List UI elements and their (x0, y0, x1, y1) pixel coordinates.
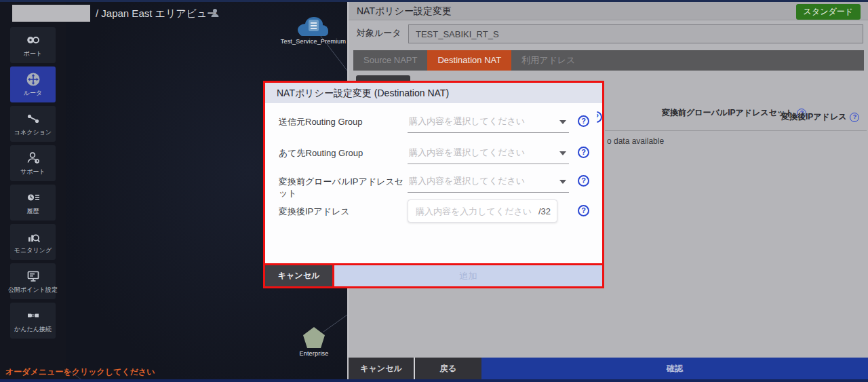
help-icon[interactable]: ? (578, 175, 589, 187)
sidebar-item-public-point[interactable]: 公開ポイント設定 (10, 263, 56, 299)
panel-footer-bar: キャンセル 戻る 確認 (349, 358, 868, 379)
modal-title: NATポリシー設定変更 (Destination NAT) (265, 83, 602, 103)
sidebar-item-label: ルータ (24, 89, 42, 98)
plan-badge: スタンダード (796, 4, 861, 20)
column-label: 変換後IPアドレス (781, 111, 846, 123)
field-label: あて先Routing Group (279, 141, 408, 159)
prefix-length-suffix: /32 (538, 206, 551, 216)
table-column-header: 変換後IPアドレス ? (781, 111, 859, 123)
sidebar-item-port[interactable]: ポート (10, 27, 56, 63)
cloud-node-icon[interactable] (298, 17, 328, 36)
sidebar-item-support[interactable]: サポート (10, 145, 56, 181)
sidebar-item-label: モニタリング (14, 246, 52, 255)
global-ip-address-set-select[interactable]: 購入内容を選択してください (408, 170, 569, 193)
field-label: 送信元Routing Group (279, 110, 408, 128)
target-router-input[interactable] (408, 24, 863, 43)
connection-icon (25, 111, 41, 127)
redacted-tenant-name (12, 5, 90, 22)
source-routing-group-select[interactable]: 購入内容を選択してください (408, 110, 569, 133)
tab-used-address[interactable]: 利用アドレス (511, 50, 585, 71)
sidebar-item-label: かんたん接続 (14, 325, 52, 334)
cancel-button[interactable]: キャンセル (349, 358, 415, 379)
panel-title: NATポリシー設定変更 (357, 5, 452, 18)
sidebar-item-router[interactable]: ルータ (10, 66, 56, 102)
tab-destination-nat[interactable]: Destination NAT (427, 50, 511, 71)
public-point-icon (25, 268, 41, 284)
app-window: Test_Service_Premium Enterprise / Japan … (0, 0, 868, 382)
history-icon (25, 189, 41, 206)
sidebar-item-label: 公開ポイント設定 (8, 286, 58, 294)
select-placeholder: 購入内容を選択してください (409, 147, 525, 159)
modal-add-button[interactable]: 追加 (332, 265, 602, 286)
tab-source-napt[interactable]: Source NAPT (353, 50, 427, 71)
order-menu-hint: オーダメニューをクリックしてください (5, 366, 155, 378)
back-button[interactable]: 戻る (415, 358, 481, 379)
destination-nat-modal: NATポリシー設定変更 (Destination NAT) 送信元Routing… (263, 81, 604, 288)
help-icon[interactable]: ? (850, 113, 859, 122)
form-row: あて先Routing Group 購入内容を選択してください ? (279, 141, 589, 164)
chevron-down-icon (559, 180, 566, 184)
translated-ip-address-input[interactable] (408, 199, 557, 223)
modal-cancel-button[interactable]: キャンセル (265, 265, 332, 286)
sidebar-item-label: サポート (20, 168, 45, 176)
destination-routing-group-select[interactable]: 購入内容を選択してください (408, 141, 569, 164)
select-placeholder: 購入内容を選択してください (409, 115, 525, 128)
sidebar-item-monitoring[interactable]: モニタリング (10, 224, 56, 260)
sidebar-item-connection[interactable]: コネクション (10, 106, 56, 142)
target-router-label: 対象ルータ (357, 27, 401, 39)
pentagon-node-icon[interactable] (303, 327, 325, 348)
cloud-node-label: Test_Service_Premium (271, 38, 355, 45)
form-row: 変換前グローバルIPアドレスセット 購入内容を選択してください ? (279, 170, 589, 199)
sidebar-item-history[interactable]: 履歴 (10, 185, 56, 221)
easy-connect-icon (25, 307, 41, 324)
form-row: 変換後IPアドレス /32 ? (279, 199, 589, 223)
router-icon (25, 71, 41, 88)
pentagon-node-label: Enterprise (292, 350, 336, 357)
sidebar: ポート ルータ コネクション (0, 0, 66, 382)
modal-body: 送信元Routing Group 購入内容を選択してください ? あて先Rout… (265, 103, 602, 263)
chevron-down-icon (559, 120, 566, 124)
sidebar-item-label: コネクション (14, 128, 52, 137)
field-label: 変換前グローバルIPアドレスセット (279, 170, 408, 199)
clipped-help-icon: ? (591, 111, 602, 123)
ports-icon (25, 32, 41, 48)
monitoring-icon (25, 229, 41, 245)
sidebar-item-label: ポート (24, 50, 42, 58)
table-header-divider (605, 130, 867, 131)
sidebar-item-easy-connect[interactable]: かんたん接続 (10, 303, 56, 339)
confirm-button[interactable]: 確認 (481, 358, 868, 379)
field-label: 変換後IPアドレス (279, 199, 408, 217)
window-bottom-edge (0, 379, 868, 382)
topology-link (323, 315, 347, 332)
help-icon[interactable]: ? (578, 205, 589, 216)
chevron-down-icon (559, 151, 566, 155)
modal-footer: キャンセル 追加 (265, 263, 602, 286)
select-placeholder: 購入内容を選択してください (409, 175, 525, 187)
panel-header: NATポリシー設定変更 スタンダード (349, 2, 868, 20)
user-icon[interactable] (210, 7, 220, 18)
nat-tabbar: Source NAPT Destination NAT 利用アドレス (353, 50, 864, 71)
form-row: 送信元Routing Group 購入内容を選択してください ? (279, 110, 589, 133)
no-data-text: o data available (607, 136, 664, 146)
support-icon (25, 150, 41, 166)
breadcrumb: / Japan East エリアビュー (96, 7, 217, 20)
column-label: 変換前グローバルIPアドレスセット (662, 107, 793, 119)
window-top-edge (0, 0, 868, 2)
sidebar-item-label: 履歴 (27, 207, 39, 216)
help-icon[interactable]: ? (578, 115, 589, 127)
help-icon[interactable]: ? (578, 147, 589, 158)
